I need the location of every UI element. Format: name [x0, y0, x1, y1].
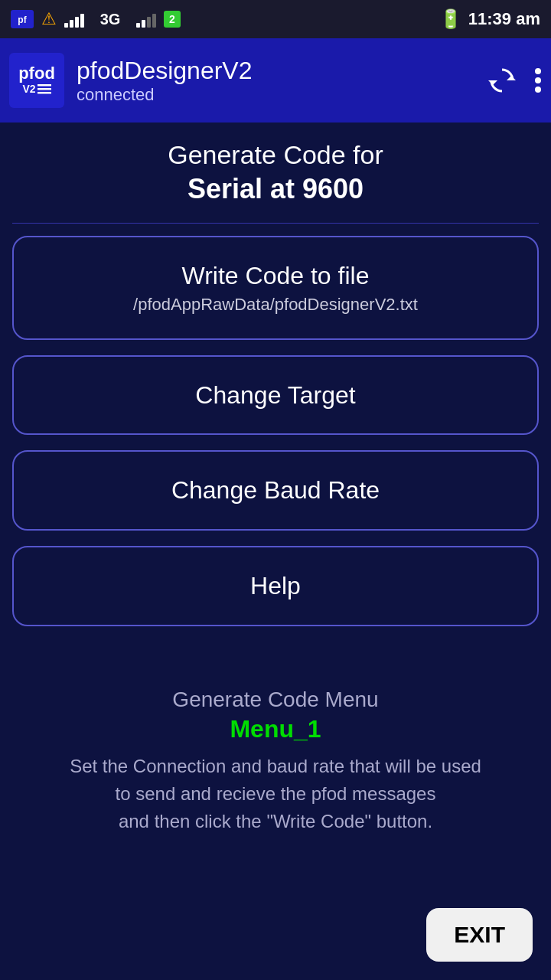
status-bar: pf ⚠ 3G 2 🔋 11:39 am — [0, 0, 551, 38]
svg-rect-8 — [37, 92, 51, 94]
battery-icon: 🔋 — [439, 8, 462, 30]
app-icon-subtext: V2 — [22, 83, 51, 96]
page-title: Generate Code for Serial at 9600 — [12, 138, 539, 207]
footer-desc: Set the Connection and baud rate that wi… — [20, 753, 531, 835]
footer-desc-line2: to send and recieve the pfod messages — [116, 783, 436, 804]
write-code-label: Write Code to file — [26, 259, 525, 293]
signal-bars-2 — [136, 11, 156, 28]
svg-text:pf: pf — [18, 15, 27, 25]
refresh-icon — [488, 67, 516, 94]
help-button[interactable]: Help — [12, 546, 539, 626]
footer-info: Generate Code Menu Menu_1 Set the Connec… — [12, 688, 539, 835]
svg-marker-10 — [488, 80, 497, 85]
status-left: pf ⚠ 3G 2 — [11, 9, 181, 29]
exit-button[interactable]: EXIT — [426, 908, 533, 962]
app-title-block: pfodDesignerV2 connected — [77, 57, 252, 105]
lines-icon — [37, 83, 51, 96]
warning-icon: ⚠ — [41, 9, 57, 29]
svg-point-11 — [535, 68, 541, 74]
svg-rect-6 — [37, 84, 51, 87]
svg-point-12 — [535, 77, 541, 83]
page-title-line2: Serial at 9600 — [187, 173, 364, 204]
change-baud-rate-label: Change Baud Rate — [26, 473, 525, 508]
app-bar-left: pfod V2 pfodDesignerV2 connected — [9, 53, 252, 108]
main-content: Generate Code for Serial at 9600 Write C… — [0, 122, 551, 851]
svg-marker-9 — [507, 76, 516, 80]
svg-point-13 — [535, 87, 541, 93]
svg-rect-7 — [37, 88, 51, 90]
status-right: 🔋 11:39 am — [439, 8, 540, 30]
network-number-badge: 2 — [164, 11, 181, 28]
page-title-line1: Generate Code for — [168, 140, 383, 169]
write-code-path: /pfodAppRawData/pfodDesignerV2.txt — [26, 293, 525, 317]
overflow-menu-button[interactable] — [534, 67, 542, 93]
svg-text:2: 2 — [169, 13, 175, 25]
title-divider — [12, 223, 539, 224]
help-label: Help — [26, 569, 525, 603]
footer-menu-name: Menu_1 — [20, 715, 531, 743]
change-target-button[interactable]: Change Target — [12, 355, 539, 436]
app-bar: pfod V2 pfodDesignerV2 connected — [0, 38, 551, 122]
app-title: pfodDesignerV2 — [77, 57, 252, 85]
change-baud-rate-button[interactable]: Change Baud Rate — [12, 450, 539, 531]
app-icon: pfod V2 — [9, 53, 64, 108]
app-bar-actions — [488, 67, 542, 94]
footer-desc-line1: Set the Connection and baud rate that wi… — [70, 756, 481, 776]
footer-main-text: Generate Code Menu — [20, 688, 531, 712]
app-mini-icon: pf — [11, 10, 34, 28]
app-subtitle: connected — [77, 85, 252, 105]
signal-bars — [64, 11, 84, 28]
footer-desc-line3: and then click the "Write Code" button. — [119, 811, 432, 831]
svg-text:3G: 3G — [100, 11, 121, 28]
status-time: 11:39 am — [468, 9, 540, 29]
refresh-button[interactable] — [488, 67, 516, 94]
write-code-button[interactable]: Write Code to file /pfodAppRawData/pfodD… — [12, 236, 539, 340]
network-badge: 3G — [92, 9, 129, 29]
change-target-label: Change Target — [26, 378, 525, 413]
app-icon-text: pfod — [18, 64, 55, 83]
overflow-icon — [534, 67, 542, 93]
